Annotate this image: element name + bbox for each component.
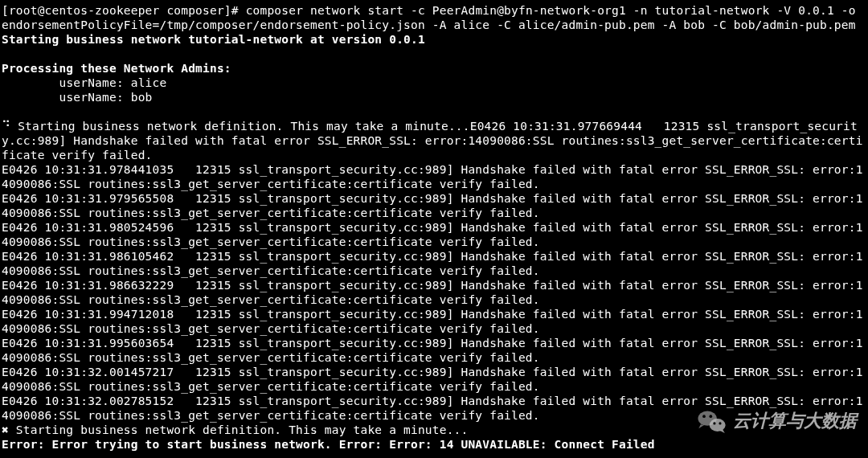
starting-and-first-error: ⠙ Starting business network definition. … [2,119,866,162]
svg-point-1 [702,415,706,418]
svg-point-2 [710,415,713,418]
error-line: E0426 10:31:31.986632229 12315 ssl_trans… [2,278,866,307]
spinner-text: ⠙ Starting business network definition. … [2,120,470,133]
blank-line [2,47,866,61]
start-bold-line: Starting business network tutorial-netwo… [2,32,866,47]
error-line: E0426 10:31:31.995603654 12315 ssl_trans… [2,336,866,365]
error-line: E0426 10:31:32.001457217 12315 ssl_trans… [2,365,866,394]
wechat-icon [696,405,728,437]
admin-alice: userName: alice [2,76,866,90]
admin-bob: userName: bob [2,90,866,104]
svg-point-3 [710,419,726,431]
shell-prompt: [root@centos-zookeeper composer]# [2,4,239,17]
final-error-line: Error: Error trying to start business ne… [2,437,866,452]
error-line: E0426 10:31:31.980524596 12315 ssl_trans… [2,220,866,249]
svg-point-4 [713,422,715,424]
watermark: 云计算与大数据 [696,405,857,437]
svg-point-5 [719,422,721,424]
watermark-text: 云计算与大数据 [733,414,857,428]
error-line: E0426 10:31:31.978441035 12315 ssl_trans… [2,162,866,191]
admins-header: Processing these Network Admins: [2,61,866,76]
error-line: E0426 10:31:31.986105462 12315 ssl_trans… [2,249,866,278]
command-line: [root@centos-zookeeper composer]# compos… [2,3,866,32]
blank-line-2 [2,104,866,119]
error-line: E0426 10:31:31.994712018 12315 ssl_trans… [2,307,866,336]
error-line: E0426 10:31:31.979565508 12315 ssl_trans… [2,191,866,220]
errors-block: E0426 10:31:31.978441035 12315 ssl_trans… [2,162,866,423]
terminal-output: [root@centos-zookeeper composer]# compos… [2,3,866,452]
